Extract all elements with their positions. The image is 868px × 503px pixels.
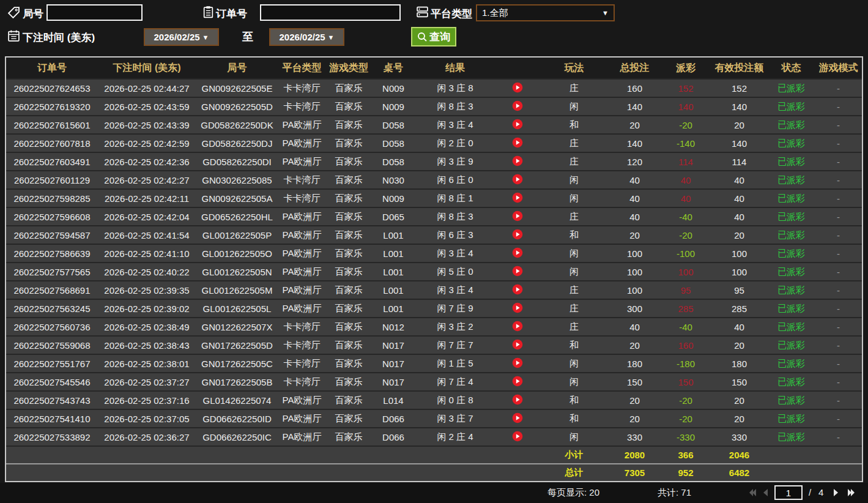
replay-play-icon[interactable] <box>512 100 523 111</box>
cell-bet-time: 2026-02-25 02:42:27 <box>98 175 196 185</box>
round-number-input[interactable] <box>46 4 143 21</box>
replay-play-icon[interactable] <box>512 119 523 130</box>
cell-game-type: 百家乐 <box>325 101 372 113</box>
cell-payout: -40 <box>661 212 711 222</box>
cell-replay <box>495 357 540 370</box>
date-from-picker[interactable]: 2026/02/25 ▼ <box>144 28 219 46</box>
cell-status: 已派彩 <box>768 119 815 131</box>
cell-bet-time: 2026-02-25 02:36:27 <box>98 432 196 442</box>
table-row: 260225027545546 2026-02-25 02:37:27 GN01… <box>6 372 862 390</box>
header-round-number: 局号 <box>196 62 278 75</box>
cell-game-type: 百家乐 <box>325 340 372 351</box>
cell-order-number: 260225027615601 <box>6 120 98 130</box>
last-page-icon[interactable] <box>847 488 856 497</box>
cell-platform-type: PA欧洲厅 <box>278 119 325 131</box>
replay-play-icon[interactable] <box>512 82 523 93</box>
replay-play-icon[interactable] <box>512 284 523 295</box>
cell-status: 已派彩 <box>768 413 815 425</box>
cell-round-number: GN0092622505A <box>196 193 278 204</box>
cell-order-number: 260225027603491 <box>6 157 98 167</box>
cell-total-bet: 40 <box>609 322 661 332</box>
cell-play-type: 庄 <box>540 83 609 94</box>
platform-type-select[interactable]: 1.全部 ▼ <box>476 4 615 21</box>
cell-round-number: GN0172622505D <box>196 340 278 351</box>
cell-replay <box>495 284 540 297</box>
replay-play-icon[interactable] <box>512 192 523 203</box>
next-page-icon[interactable] <box>831 488 840 497</box>
cell-status: 已派彩 <box>768 285 815 296</box>
cell-result: 闲 6 庄 0 <box>415 174 495 186</box>
cell-platform-type: PA欧洲厅 <box>278 248 325 259</box>
replay-play-icon[interactable] <box>512 211 523 222</box>
replay-play-icon[interactable] <box>512 376 523 387</box>
replay-play-icon[interactable] <box>512 137 523 148</box>
cell-result: 闲 8 庄 3 <box>415 211 495 223</box>
query-button[interactable]: 查询 <box>411 27 456 47</box>
cell-table-number: D066 <box>372 414 415 424</box>
cell-valid-bet: 114 <box>711 157 768 167</box>
table-row: 260225027533892 2026-02-25 02:36:27 GD06… <box>6 427 862 445</box>
order-number-label: 订单号 <box>216 7 247 21</box>
cell-play-type: 闲 <box>540 358 609 370</box>
cell-status: 已派彩 <box>768 395 815 406</box>
cell-bet-time: 2026-02-25 02:41:10 <box>98 248 196 259</box>
replay-play-icon[interactable] <box>512 229 523 240</box>
replay-play-icon[interactable] <box>512 247 523 258</box>
cell-platform-type: PA欧洲厅 <box>278 266 325 278</box>
cell-order-number: 260225027551767 <box>6 359 98 369</box>
cell-round-number: GL0012622505L <box>196 304 278 314</box>
replay-play-icon[interactable] <box>512 321 523 332</box>
cell-play-type: 和 <box>540 340 609 351</box>
table-row: 260225027615601 2026-02-25 02:43:39 GD05… <box>6 115 862 133</box>
total-pages: 4 <box>818 483 823 502</box>
cell-order-number: 260225027568691 <box>6 285 98 296</box>
cell-payout: -20 <box>661 414 711 424</box>
cell-game-type: 百家乐 <box>325 376 372 388</box>
replay-play-icon[interactable] <box>512 155 523 166</box>
cell-game-type: 百家乐 <box>325 413 372 425</box>
cell-replay <box>495 192 540 205</box>
replay-play-icon[interactable] <box>512 394 523 405</box>
cell-platform-type: 卡卡湾厅 <box>278 321 325 333</box>
platform-type-value: 1.全部 <box>482 7 508 19</box>
cell-bet-time: 2026-02-25 02:42:36 <box>98 157 196 167</box>
search-icon <box>417 32 428 42</box>
cell-order-number: 260225027586639 <box>6 248 98 259</box>
subtotal-total-bet: 2080 <box>609 450 661 460</box>
cell-game-mode: - <box>815 322 862 332</box>
prev-page-icon[interactable] <box>761 488 771 497</box>
replay-play-icon[interactable] <box>512 302 523 313</box>
cell-total-bet: 40 <box>609 193 661 204</box>
cell-replay <box>495 119 540 132</box>
table-row: 260225027619320 2026-02-25 02:43:59 GN00… <box>6 97 862 115</box>
replay-play-icon[interactable] <box>512 339 523 350</box>
table-row: 260225027603491 2026-02-25 02:42:36 GD05… <box>6 152 862 170</box>
order-number-input[interactable] <box>260 4 401 21</box>
cell-result: 闲 2 庄 4 <box>415 431 495 443</box>
table-row: 260225027586639 2026-02-25 02:41:10 GL00… <box>6 244 862 262</box>
cell-game-type: 百家乐 <box>325 248 372 259</box>
cell-game-type: 百家乐 <box>325 229 372 241</box>
cell-platform-type: PA欧洲厅 <box>278 303 325 315</box>
table-row: 260225027559068 2026-02-25 02:38:43 GN01… <box>6 335 862 354</box>
cell-table-number: N009 <box>372 83 415 94</box>
table-row: 260225027598285 2026-02-25 02:42:11 GN00… <box>6 188 862 207</box>
cell-table-number: D058 <box>372 157 415 167</box>
first-page-icon[interactable] <box>747 488 757 497</box>
cell-payout: 40 <box>661 175 711 185</box>
cell-total-bet: 20 <box>609 395 661 406</box>
cell-valid-bet: 40 <box>711 212 768 222</box>
date-to-picker[interactable]: 2026/02/25 ▼ <box>269 28 344 46</box>
replay-play-icon[interactable] <box>512 431 523 442</box>
replay-play-icon[interactable] <box>512 174 523 185</box>
cell-order-number: 260225027607818 <box>6 138 98 149</box>
cell-result: 闲 2 庄 0 <box>415 138 495 149</box>
cell-round-number: GN0172622505B <box>196 377 278 387</box>
page-number-input[interactable] <box>774 485 803 500</box>
cell-bet-time: 2026-02-25 02:37:27 <box>98 377 196 387</box>
replay-play-icon[interactable] <box>512 412 523 423</box>
replay-play-icon[interactable] <box>512 266 523 277</box>
cell-game-mode: - <box>815 414 862 424</box>
replay-play-icon[interactable] <box>512 357 523 368</box>
cell-table-number: N017 <box>372 359 415 369</box>
